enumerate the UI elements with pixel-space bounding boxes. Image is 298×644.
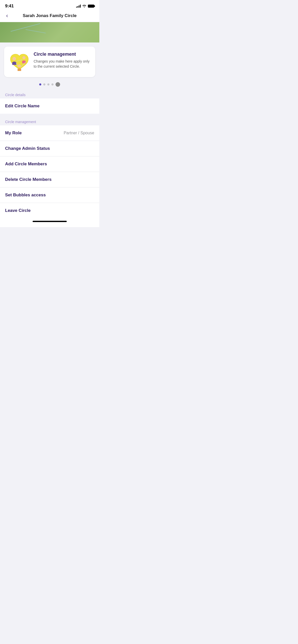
battery-icon [88,5,94,8]
add-circle-members-label: Add Circle Members [5,162,47,167]
change-admin-status-item[interactable]: Change Admin Status [0,141,99,156]
info-card: Circle management Changes you make here … [4,47,95,77]
status-icons [76,4,94,8]
dot-2[interactable] [43,83,45,85]
content-area: Circle management Changes you make here … [0,47,99,227]
svg-point-1 [22,56,25,59]
set-bubbles-access-label: Set Bubbles access [5,193,46,198]
map-background [0,22,99,42]
back-button[interactable]: ‹ [4,11,10,20]
my-role-value: Partner / Spouse [64,131,94,135]
card-text: Circle management Changes you make here … [34,52,90,69]
delete-circle-members-item[interactable]: Delete Circle Members [0,172,99,187]
circle-illustration [9,52,30,72]
change-admin-status-label: Change Admin Status [5,146,50,151]
add-circle-members-item[interactable]: Add Circle Members [0,156,99,172]
signal-icon [76,5,81,8]
status-bar: 9:41 [0,0,99,10]
dot-5[interactable] [56,82,60,87]
nav-header: ‹ Sarah Jonas Family Circle [0,10,99,22]
home-indicator-area [0,218,99,227]
page-title: Sarah Jonas Family Circle [23,13,77,18]
card-title: Circle management [34,52,90,57]
my-role-item[interactable]: My Role Partner / Spouse [0,125,99,141]
edit-circle-name-item[interactable]: Edit Circle Name [0,98,99,114]
dot-3[interactable] [47,83,49,85]
set-bubbles-access-item[interactable]: Set Bubbles access [0,187,99,203]
section-gap-1 [0,114,99,118]
my-role-label: My Role [5,130,22,136]
dot-4[interactable] [51,83,53,85]
leave-circle-item[interactable]: Leave Circle [0,203,99,218]
pagination-dots [0,80,99,91]
delete-circle-members-label: Delete Circle Members [5,177,51,182]
svg-point-0 [12,57,16,61]
dot-1[interactable] [39,83,41,85]
section-header-circle-details: Circle details [0,91,99,98]
home-bar [33,221,67,222]
circle-details-section: Edit Circle Name [0,98,99,114]
section-header-circle-management: Circle management [0,118,99,125]
svg-point-2 [18,64,21,67]
edit-circle-name-label: Edit Circle Name [5,104,39,109]
wifi-icon [82,4,86,8]
status-time: 9:41 [5,4,14,9]
card-description: Changes you make here apply only to the … [34,59,90,69]
circle-management-section: My Role Partner / Spouse Change Admin St… [0,125,99,218]
leave-circle-label: Leave Circle [5,208,31,213]
